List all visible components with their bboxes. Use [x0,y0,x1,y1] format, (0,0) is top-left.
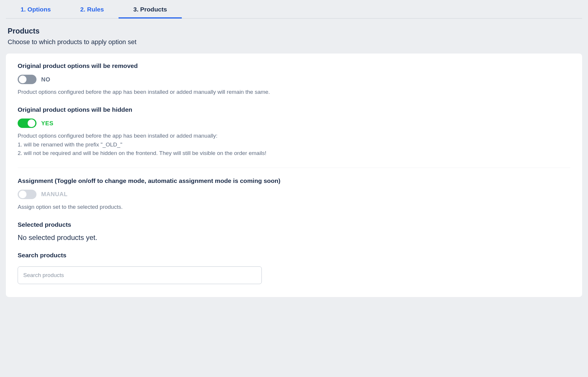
tab-rules[interactable]: 2. Rules [66,2,119,18]
tabs-nav: 1. Options 2. Rules 3. Products [6,0,582,19]
hide-options-title: Original product options will be hidden [18,106,570,113]
products-card: Original product options will be removed… [6,54,582,297]
page-subtitle: Choose to which products to apply option… [8,38,582,46]
remove-options-section: Original product options will be removed… [18,62,570,96]
remove-options-help: Product options configured before the ap… [18,88,570,96]
tab-products[interactable]: 3. Products [119,2,181,18]
search-products-title: Search products [18,252,570,259]
selected-products-empty: No selected products yet. [18,233,570,242]
hide-options-help-intro: Product options configured before the ap… [18,133,217,139]
remove-options-toggle-row: NO [18,75,570,84]
hide-options-help-1: 1. will be renamed with the prefix "_OLD… [18,141,122,148]
assignment-section: Assignment (Toggle on/off to change mode… [18,177,570,211]
hide-options-toggle-row: YES [18,119,570,128]
tab-options[interactable]: 1. Options [6,2,66,18]
search-products-input[interactable] [18,266,262,284]
assignment-help: Assign option set to the selected produc… [18,203,570,211]
assignment-state: MANUAL [41,191,68,198]
hide-options-state: YES [41,120,54,127]
selected-products-title: Selected products [18,221,570,228]
page-title: Products [8,27,582,35]
remove-options-title: Original product options will be removed [18,62,570,69]
hide-options-section: Original product options will be hidden … [18,106,570,157]
hide-options-help: Product options configured before the ap… [18,131,570,157]
selected-products-section: Selected products No selected products y… [18,221,570,242]
assignment-toggle [18,190,36,199]
hide-options-help-2: 2. will not be required and will be hidd… [18,150,266,156]
divider [18,168,570,168]
remove-options-state: NO [41,76,50,83]
hide-options-toggle[interactable] [18,119,36,128]
assignment-title: Assignment (Toggle on/off to change mode… [18,177,570,184]
page-header: Products Choose to which products to app… [8,27,582,46]
remove-options-toggle[interactable] [18,75,36,84]
search-products-section: Search products [18,252,570,284]
assignment-toggle-row: MANUAL [18,190,570,199]
